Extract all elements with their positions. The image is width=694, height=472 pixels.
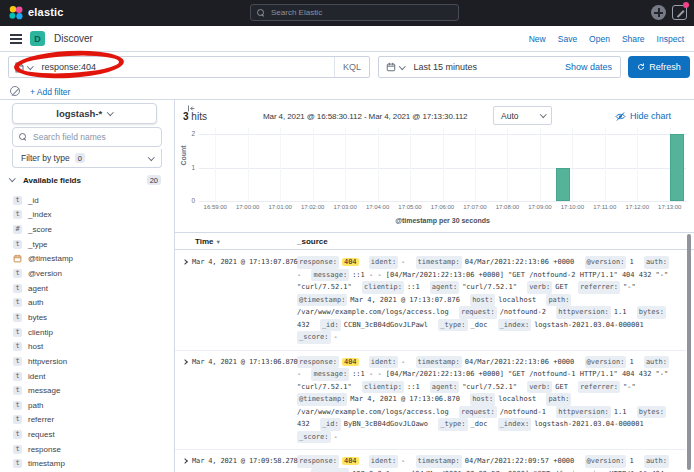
source-field-value: 404	[342, 457, 359, 465]
x-tick-label: 17:10:00	[561, 204, 584, 210]
filter-by-type-label: Filter by type	[21, 153, 70, 163]
column-header-time[interactable]: Time▼	[195, 237, 221, 246]
appbar-action-share[interactable]: Share	[622, 34, 645, 44]
doc-time: Mar 4, 2021 @ 17:13:07.876	[192, 258, 298, 266]
add-filter-button[interactable]: + Add filter	[30, 87, 70, 97]
filter-by-type-select[interactable]: Filter by type 0	[12, 149, 162, 168]
source-field-name: agent:	[430, 281, 459, 294]
chevron-down-icon	[9, 175, 15, 181]
field-item-timestamp[interactable]: ttimestamp	[0, 457, 175, 472]
histogram-bar[interactable]	[670, 134, 684, 201]
global-search-input[interactable]: Search Elastic	[250, 4, 459, 21]
sort-desc-icon[interactable]: ▼	[216, 239, 221, 245]
x-axis-title: @timestamp per 30 seconds	[199, 217, 686, 224]
doc-time: Mar 4, 2021 @ 17:13:06.870	[192, 358, 298, 366]
hide-chart-label: Hide chart	[630, 111, 671, 121]
source-field-value: "curl/7.52.1"	[462, 283, 517, 291]
interval-select[interactable]: Auto	[493, 106, 552, 125]
expand-row-icon[interactable]	[182, 259, 188, 265]
source-field-name: _index:	[498, 319, 532, 332]
appbar-action-save[interactable]: Save	[558, 34, 577, 44]
expand-row-icon[interactable]	[182, 359, 188, 365]
source-field-value: -	[334, 433, 338, 441]
source-field-value: "-"	[623, 283, 636, 291]
source-field-value: logstash-2021.03.04-000001	[534, 420, 644, 428]
source-field-name: _score:	[297, 331, 331, 344]
field-item-_index[interactable]: t_index	[0, 208, 175, 223]
field-item-response[interactable]: tresponse	[0, 442, 175, 457]
help-icon[interactable]	[651, 5, 666, 20]
source-field-name: ident:	[369, 256, 398, 269]
field-item-httpversion[interactable]: thttpversion	[0, 354, 175, 369]
filter-history-icon[interactable]	[10, 86, 20, 96]
global-header: elastic Search Elastic	[0, 0, 694, 26]
index-pattern-label: logstash-*	[56, 108, 102, 119]
vertical-scrollbar[interactable]	[687, 234, 691, 470]
expand-row-icon[interactable]	[182, 458, 188, 464]
field-item-agent[interactable]: tagent	[0, 281, 175, 296]
field-item-auth[interactable]: tauth	[0, 295, 175, 310]
chart-yaxis: 012	[185, 128, 196, 201]
field-item-host[interactable]: thost	[0, 339, 175, 354]
field-item-_score[interactable]: #_score	[0, 222, 175, 237]
field-item-_type[interactable]: t_type	[0, 237, 175, 252]
field-name: timestamp	[28, 459, 65, 468]
source-field-name: response:	[297, 455, 339, 468]
field-item-version[interactable]: t@version	[0, 266, 175, 281]
chevron-down-icon	[107, 109, 113, 115]
show-dates-link[interactable]: Show dates	[565, 62, 612, 72]
chevron-down-icon	[148, 154, 154, 160]
y-tick-label: 2	[191, 130, 195, 137]
source-field-value: 04/Mar/2021:22:09:57 +0000	[465, 457, 575, 465]
source-field-name: @version:	[585, 356, 627, 369]
available-fields-header[interactable]: Available fields 20	[0, 174, 175, 188]
source-field-name: httpversion:	[556, 306, 611, 319]
gridline	[215, 128, 216, 201]
field-name: auth	[28, 298, 44, 307]
gridline	[410, 128, 411, 201]
gridline	[605, 128, 606, 201]
doc-source: response:404 ident:- timestamp:04/Mar/20…	[297, 455, 674, 472]
time-range-label[interactable]: Last 15 minutes	[414, 62, 478, 72]
source-field-value: logstash-2021.03.04-000001	[534, 321, 644, 329]
refresh-button[interactable]: Refresh	[628, 56, 690, 78]
field-type-string-icon: t	[13, 386, 22, 395]
field-item-ident[interactable]: tident	[0, 369, 175, 384]
appbar-action-open[interactable]: Open	[589, 34, 610, 44]
source-field-name: message:	[311, 269, 349, 282]
elastic-logo-icon[interactable]	[8, 5, 24, 21]
source-field-name: @version:	[585, 256, 627, 269]
menu-icon[interactable]	[10, 34, 22, 44]
search-icon	[19, 133, 27, 141]
field-item-bytes[interactable]: tbytes	[0, 310, 175, 325]
field-item-timestamp[interactable]: @timestamp	[0, 252, 175, 267]
gridline	[313, 128, 314, 201]
x-tick-label: 17:01:00	[268, 204, 291, 210]
field-item-message[interactable]: tmessage	[0, 383, 175, 398]
field-item-referrer[interactable]: treferrer	[0, 413, 175, 428]
filter-bar: + Add filter	[0, 84, 694, 100]
field-type-string-icon: t	[13, 459, 22, 468]
field-name: message	[28, 386, 60, 395]
query-input[interactable]: response:404 KQL	[8, 56, 370, 78]
field-type-string-icon: t	[13, 372, 22, 381]
column-header-source[interactable]: _source	[297, 237, 328, 246]
field-item-clientip[interactable]: tclientip	[0, 325, 175, 340]
saved-query-icon[interactable]	[15, 62, 24, 73]
field-search-input[interactable]: Search field names	[12, 127, 162, 147]
appbar-action-inspect[interactable]: Inspect	[657, 34, 684, 44]
histogram-bar[interactable]	[556, 168, 570, 202]
index-pattern-select[interactable]: logstash-*	[12, 103, 157, 124]
source-field-value: -	[334, 333, 338, 341]
table-header: Time▼ _source	[175, 233, 694, 250]
appbar-action-new[interactable]: New	[529, 34, 546, 44]
doc-source: response:404 ident:- timestamp:04/Mar/20…	[297, 256, 674, 344]
field-item-_id[interactable]: t_id	[0, 193, 175, 208]
field-item-request[interactable]: trequest	[0, 427, 175, 442]
query-language-button[interactable]: KQL	[334, 57, 369, 77]
field-name: response	[28, 445, 61, 454]
hide-chart-button[interactable]: Hide chart	[615, 111, 671, 121]
field-item-path[interactable]: tpath	[0, 398, 175, 413]
gridline	[280, 128, 281, 201]
date-picker[interactable]: Last 15 minutes Show dates	[378, 56, 621, 78]
